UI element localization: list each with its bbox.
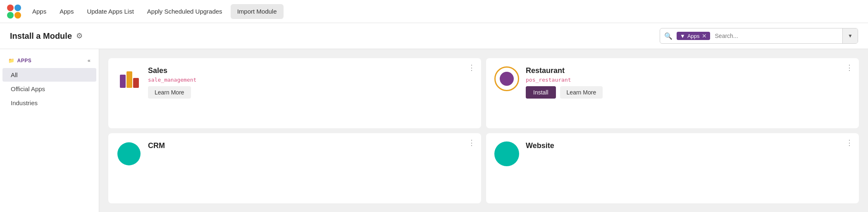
website-card-header: Website [494,141,851,166]
restaurant-icon-container [494,66,519,91]
app-card-website: ⋮ Website [486,133,859,203]
svg-rect-4 [120,75,126,88]
filter-tag-close[interactable]: ✕ [702,33,707,39]
sidebar: 📁 APPS « All Official Apps Industries [0,49,99,212]
restaurant-install-button[interactable]: Install [526,86,556,99]
svg-point-0 [7,5,14,11]
folder-icon: 📁 [8,58,15,64]
search-dropdown-button[interactable]: ▼ [842,28,858,43]
crm-app-info: CRM [148,141,473,152]
svg-point-1 [14,5,21,11]
app-card-restaurant: ⋮ Restaurant pos_restaurant Install Lear… [486,58,859,128]
restaurant-inner-circle [500,72,514,86]
restaurant-card-header: Restaurant pos_restaurant Install Learn … [494,66,851,99]
apps-grid: ⋮ Sales sale_management Learn More [99,49,868,212]
website-app-name: Website [526,141,851,150]
search-input[interactable] [712,33,843,39]
restaurant-app-icon [494,66,519,91]
svg-point-2 [7,12,14,19]
filter-tag-label: Apps [687,33,700,39]
sales-card-header: Sales sale_management Learn More [117,66,473,99]
subheader: Install a Module ⚙ 🔍 ▼ Apps ✕ ▼ [0,23,868,49]
nav-apps[interactable]: Apps [53,0,80,23]
subheader-left: Install a Module ⚙ [10,31,83,41]
sidebar-collapse-button[interactable]: « [88,57,91,64]
sales-app-name: Sales [148,66,473,75]
app-card-sales: ⋮ Sales sale_management Learn More [108,58,481,128]
website-icon-container [494,141,519,166]
sales-learn-more-button[interactable]: Learn More [148,86,191,99]
nav-apply-scheduled-upgrades[interactable]: Apply Scheduled Upgrades [141,0,229,23]
restaurant-module-name: pos_restaurant [526,77,851,83]
sales-module-name: sale_management [148,77,473,83]
svg-point-7 [117,142,141,165]
search-bar: 🔍 ▼ Apps ✕ ▼ [660,28,858,44]
sales-app-icon [117,66,141,91]
restaurant-app-name: Restaurant [526,66,851,75]
main-content: 📁 APPS « All Official Apps Industries ⋮ [0,49,868,212]
restaurant-app-info: Restaurant pos_restaurant Install Learn … [526,66,851,99]
restaurant-card-menu-button[interactable]: ⋮ [846,64,853,71]
odoo-logo [7,4,21,19]
svg-rect-6 [133,78,139,88]
app-card-crm: ⋮ CRM [108,133,481,203]
sidebar-item-all[interactable]: All [2,68,96,82]
restaurant-app-actions: Install Learn More [526,86,851,99]
crm-card-menu-button[interactable]: ⋮ [468,139,475,146]
crm-app-icon [117,141,141,166]
sidebar-section-title: 📁 APPS [8,58,31,64]
website-app-info: Website [526,141,851,152]
website-card-menu-button[interactable]: ⋮ [846,139,853,146]
sidebar-item-industries[interactable]: Industries [2,96,96,110]
gear-icon[interactable]: ⚙ [76,31,83,40]
page-title: Install a Module [10,31,72,41]
crm-app-name: CRM [148,141,473,150]
svg-point-3 [14,12,21,19]
search-filter-tag: ▼ Apps ✕ [677,32,710,40]
breadcrumb-apps[interactable]: Apps [26,0,53,23]
sidebar-section-header: 📁 APPS « [0,56,99,68]
nav-update-apps-list[interactable]: Update Apps List [80,0,140,23]
sales-app-info: Sales sale_management Learn More [148,66,473,99]
svg-rect-5 [126,71,132,88]
nav-import-module[interactable]: Import Module [231,4,284,19]
restaurant-learn-more-button[interactable]: Learn More [560,86,603,99]
topbar: Apps Apps Update Apps List Apply Schedul… [0,0,868,23]
website-app-icon [494,141,519,166]
sales-app-actions: Learn More [148,86,473,99]
sidebar-item-official-apps[interactable]: Official Apps [2,82,96,96]
funnel-icon: ▼ [680,33,685,39]
search-icon: 🔍 [660,32,677,40]
crm-card-header: CRM [117,141,473,166]
sales-card-menu-button[interactable]: ⋮ [468,64,475,71]
